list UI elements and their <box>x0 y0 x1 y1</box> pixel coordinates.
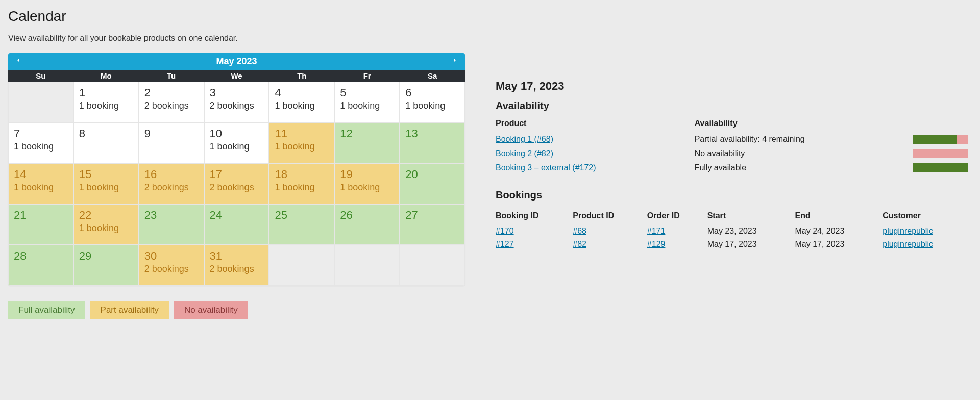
day-number: 5 <box>340 86 394 99</box>
bookings-table: Booking ID Product ID Order ID Start End… <box>496 208 972 251</box>
details-panel: May 17, 2023 Availability Product Availa… <box>496 8 972 319</box>
product-link[interactable]: Booking 3 – external (#172) <box>496 163 596 172</box>
booking-end: May 17, 2023 <box>795 238 883 251</box>
calendar-cell[interactable]: 41 booking <box>269 82 334 122</box>
availability-status: Fully available <box>695 161 913 175</box>
legend: Full availability Part availability No a… <box>8 301 465 319</box>
availability-row: Booking 3 – external (#172)Fully availab… <box>496 161 972 175</box>
booking-count: 1 booking <box>405 101 459 111</box>
booking-count: 1 booking <box>210 141 264 152</box>
booking-count: 2 bookings <box>144 101 199 111</box>
calendar-cell[interactable]: 141 booking <box>8 163 74 204</box>
booking-id-link[interactable]: #127 <box>496 240 514 248</box>
bookings-title: Bookings <box>496 189 972 201</box>
calendar-cell[interactable]: 32 bookings <box>204 82 270 122</box>
day-header: Su <box>8 70 74 82</box>
order-id-link[interactable]: #171 <box>647 227 666 235</box>
day-header: Tu <box>139 70 204 82</box>
calendar-cell[interactable]: 24 <box>204 204 270 245</box>
product-header: Product <box>496 119 695 132</box>
calendar-cell[interactable]: 71 booking <box>8 122 74 163</box>
booking-count: 2 bookings <box>210 182 264 193</box>
day-number: 18 <box>275 168 329 181</box>
th-product-id: Product ID <box>573 208 647 224</box>
next-month-button[interactable] <box>451 56 459 67</box>
day-number: 15 <box>79 168 133 181</box>
availability-row: Booking 1 (#68)Partial availability: 4 r… <box>496 132 972 146</box>
calendar-cell[interactable]: 51 booking <box>334 82 400 122</box>
calendar-cell[interactable]: 26 <box>334 204 400 245</box>
calendar-cell[interactable]: 22 bookings <box>139 82 204 122</box>
calendar-cell <box>8 82 74 122</box>
calendar-cell[interactable]: 101 booking <box>204 122 270 163</box>
calendar-cell[interactable]: 221 booking <box>74 204 139 245</box>
booking-count: 2 bookings <box>210 264 264 274</box>
legend-full: Full availability <box>8 301 85 319</box>
day-number: 28 <box>14 249 68 263</box>
booking-id-link[interactable]: #170 <box>496 227 514 235</box>
day-number: 26 <box>340 209 394 222</box>
order-id-link[interactable]: #129 <box>647 240 666 248</box>
calendar-cell[interactable]: 111 booking <box>269 122 334 163</box>
customer-link[interactable]: pluginrepublic <box>883 240 933 248</box>
booking-end: May 24, 2023 <box>795 224 883 238</box>
calendar-cell[interactable]: 151 booking <box>74 163 139 204</box>
calendar-cell[interactable]: 191 booking <box>334 163 400 204</box>
calendar-cell[interactable]: 25 <box>269 204 334 245</box>
booking-count: 2 bookings <box>144 182 199 193</box>
day-number: 14 <box>14 168 68 181</box>
day-header: Fr <box>334 70 400 82</box>
availability-bar <box>913 135 968 144</box>
calendar-cell[interactable]: 28 <box>8 245 74 286</box>
booking-count: 1 booking <box>79 182 133 193</box>
product-id-link[interactable]: #68 <box>573 227 586 235</box>
calendar-cell[interactable]: 162 bookings <box>139 163 204 204</box>
day-number: 29 <box>79 249 133 263</box>
month-label: May 2023 <box>216 56 257 67</box>
day-number: 11 <box>275 127 329 140</box>
day-number: 21 <box>14 209 68 222</box>
availability-header: Availability <box>695 119 913 132</box>
calendar-cell[interactable]: 27 <box>400 204 465 245</box>
page-title: Calendar <box>8 8 465 24</box>
day-number: 30 <box>144 249 199 263</box>
calendar-cell[interactable]: 29 <box>74 245 139 286</box>
day-number: 25 <box>275 209 329 222</box>
th-start: Start <box>707 208 795 224</box>
calendar-cell[interactable]: 8 <box>74 122 139 163</box>
calendar-cell[interactable]: 181 booking <box>269 163 334 204</box>
th-end: End <box>795 208 883 224</box>
availability-status: No availability <box>695 146 913 161</box>
calendar-cell[interactable]: 172 bookings <box>204 163 270 204</box>
legend-part: Part availability <box>90 301 169 319</box>
day-number: 9 <box>144 127 199 140</box>
booking-count: 1 booking <box>79 101 133 111</box>
calendar-cell[interactable]: 21 <box>8 204 74 245</box>
prev-month-button[interactable] <box>14 56 22 67</box>
calendar-cell[interactable]: 11 booking <box>74 82 139 122</box>
calendar-cell[interactable]: 23 <box>139 204 204 245</box>
booking-count: 1 booking <box>275 101 329 111</box>
product-link[interactable]: Booking 1 (#68) <box>496 135 553 143</box>
calendar-cell[interactable]: 312 bookings <box>204 245 270 286</box>
day-number: 23 <box>144 209 199 222</box>
calendar-cell[interactable]: 20 <box>400 163 465 204</box>
calendar-cell[interactable]: 12 <box>334 122 400 163</box>
day-number: 1 <box>79 86 133 99</box>
customer-link[interactable]: pluginrepublic <box>883 227 933 235</box>
calendar-cell[interactable]: 302 bookings <box>139 245 204 286</box>
th-customer: Customer <box>883 208 972 224</box>
day-number: 7 <box>14 127 68 140</box>
calendar: May 2023 SuMoTuWeThFrSa 11 booking22 boo… <box>8 53 465 286</box>
day-number: 12 <box>340 127 394 140</box>
availability-bar <box>913 163 968 172</box>
product-id-link[interactable]: #82 <box>573 240 586 248</box>
calendar-cell[interactable]: 13 <box>400 122 465 163</box>
product-link[interactable]: Booking 2 (#82) <box>496 149 553 158</box>
calendar-grid: 11 booking22 bookings32 bookings41 booki… <box>8 82 465 286</box>
booking-count: 1 booking <box>340 101 394 111</box>
day-number: 19 <box>340 168 394 181</box>
calendar-cell[interactable]: 9 <box>139 122 204 163</box>
calendar-cell[interactable]: 61 booking <box>400 82 465 122</box>
day-number: 20 <box>405 168 459 181</box>
